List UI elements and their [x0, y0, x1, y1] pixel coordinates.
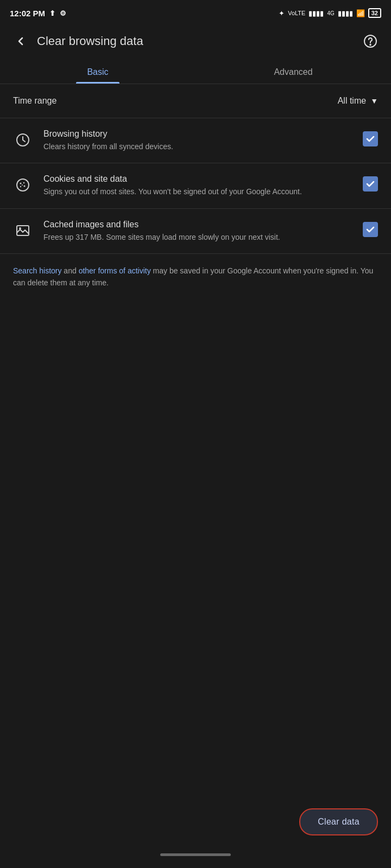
- other-activity-link[interactable]: other forms of activity: [79, 266, 151, 275]
- cookies-title: Cookies and site data: [43, 174, 352, 184]
- signal-icon: VoLTE: [288, 10, 305, 16]
- browsing-history-title: Browsing history: [43, 129, 352, 139]
- tab-basic[interactable]: Basic: [0, 59, 195, 84]
- wifi-icon: 📶: [356, 9, 365, 17]
- svg-point-5: [23, 182, 24, 183]
- clock-icon: [13, 130, 33, 150]
- cached-content: Cached images and files Frees up 317 MB.…: [43, 220, 352, 242]
- browsing-history-content: Browsing history Clears history from all…: [43, 129, 352, 152]
- svg-point-1: [370, 44, 371, 46]
- image-icon: [13, 221, 33, 240]
- battery-indicator: 32: [368, 8, 381, 18]
- status-left: 12:02 PM ⬆ ⚙: [10, 9, 66, 18]
- dropdown-arrow-icon: ▼: [370, 97, 378, 105]
- list-item-cached: Cached images and files Frees up 317 MB.…: [0, 209, 391, 253]
- status-right: ✦ VoLTE ▮▮▮▮ 4G ▮▮▮▮ 📶 32: [279, 8, 381, 18]
- cached-title: Cached images and files: [43, 220, 352, 229]
- back-button[interactable]: [9, 29, 33, 53]
- svg-point-6: [20, 186, 21, 187]
- time-range-value: All time: [338, 96, 366, 106]
- cookies-content: Cookies and site data Signs you out of m…: [43, 174, 352, 197]
- bluetooth-icon: ✦: [279, 9, 285, 17]
- cookies-checkbox[interactable]: [363, 176, 378, 192]
- list-item-browsing-history: Browsing history Clears history from all…: [0, 118, 391, 163]
- time-range-dropdown[interactable]: All time ▼: [338, 96, 378, 106]
- time-range-label: Time range: [13, 96, 56, 106]
- signal-icon2: 4G: [327, 10, 334, 16]
- status-bar: 12:02 PM ⬆ ⚙ ✦ VoLTE ▮▮▮▮ 4G ▮▮▮▮ 📶 32: [0, 0, 391, 24]
- browsing-history-checkbox[interactable]: [363, 131, 378, 146]
- clear-data-button[interactable]: Clear data: [299, 808, 378, 835]
- footer-middle: and: [61, 266, 78, 275]
- browsing-history-desc: Clears history from all synced devices.: [43, 141, 352, 152]
- help-button[interactable]: [358, 29, 382, 53]
- svg-point-10: [19, 227, 21, 229]
- footer-note: Search history and other forms of activi…: [0, 254, 391, 300]
- cookies-desc: Signs you out of most sites. You won't b…: [43, 186, 352, 197]
- cookies-icon: [13, 175, 33, 195]
- list-item-cookies: Cookies and site data Signs you out of m…: [0, 163, 391, 208]
- svg-point-8: [22, 184, 23, 186]
- signal-bars-icon: ▮▮▮▮: [308, 9, 324, 17]
- bottom-bar: [0, 841, 391, 868]
- top-bar: Clear browsing data: [0, 24, 391, 59]
- search-history-link[interactable]: Search history: [13, 266, 61, 275]
- settings-icon: ⚙: [60, 9, 66, 17]
- time: 12:02 PM: [10, 9, 45, 18]
- cached-desc: Frees up 317 MB. Some sites may load mor…: [43, 232, 352, 242]
- signal-bars2-icon: ▮▮▮▮: [338, 9, 353, 17]
- tab-advanced[interactable]: Advanced: [195, 59, 391, 84]
- bottom-area: Clear data: [299, 808, 378, 835]
- cached-checkbox[interactable]: [363, 222, 378, 237]
- tabs-container: Basic Advanced: [0, 59, 391, 84]
- svg-point-4: [20, 183, 22, 184]
- time-range-row: Time range All time ▼: [0, 84, 391, 118]
- page-title: Clear browsing data: [33, 34, 358, 48]
- upload-icon: ⬆: [49, 9, 55, 17]
- svg-point-7: [24, 186, 26, 187]
- home-indicator: [160, 853, 231, 856]
